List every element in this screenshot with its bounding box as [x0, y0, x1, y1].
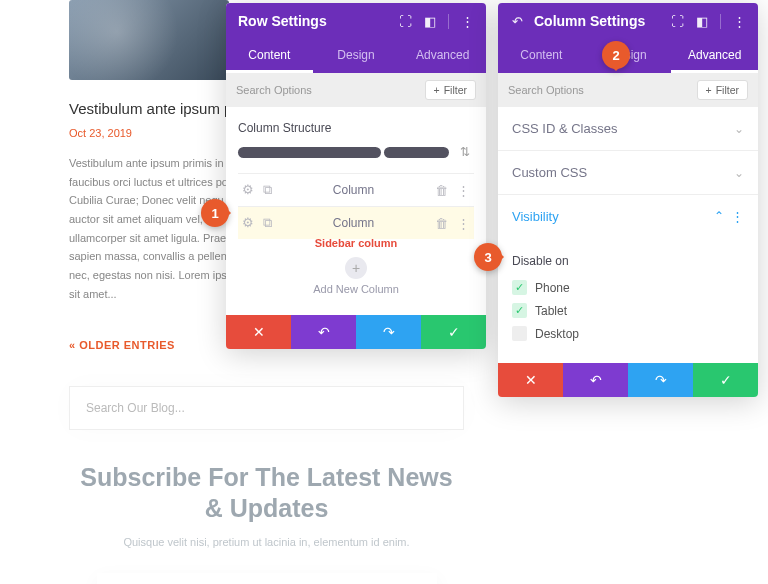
- plus-icon: +: [706, 84, 712, 96]
- tab-advanced[interactable]: Advanced: [399, 39, 486, 73]
- panel-tabs: Content Design Advanced: [226, 39, 486, 73]
- search-options-row: Search Options +Filter: [498, 73, 758, 107]
- add-column-button[interactable]: +: [345, 257, 367, 279]
- tab-advanced[interactable]: Advanced: [671, 39, 758, 73]
- structure-preview: [238, 147, 449, 158]
- panel-body: Column Structure ⇅ ⚙ ⧉ Column 🗑 ⋮ ⚙ ⧉: [226, 107, 486, 315]
- tab-content[interactable]: Content: [498, 39, 585, 73]
- check-icon: ✓: [720, 372, 732, 388]
- duplicate-icon[interactable]: ⧉: [263, 182, 272, 198]
- panel-title: Column Settings: [534, 13, 645, 29]
- checkbox-empty: [512, 326, 527, 341]
- blog-search-input[interactable]: Search Our Blog...: [69, 386, 464, 430]
- column-structure-selector[interactable]: ⇅: [238, 145, 474, 159]
- panel-title: Row Settings: [238, 13, 327, 29]
- undo-icon: ↶: [590, 372, 602, 388]
- redo-icon: ↷: [383, 324, 395, 340]
- filter-button[interactable]: +Filter: [425, 80, 476, 100]
- subscribe-description: Quisque velit nisi, pretium ut lacinia i…: [69, 536, 464, 548]
- column-structure-label: Column Structure: [238, 121, 474, 135]
- kebab-menu-icon[interactable]: ⋮: [732, 14, 746, 28]
- chevron-down-icon: ⌄: [734, 122, 744, 136]
- callout-2: 2: [602, 41, 630, 69]
- column-label[interactable]: Column: [272, 216, 435, 230]
- section-label: Custom CSS: [512, 165, 587, 180]
- structure-col-wide: [238, 147, 381, 158]
- callout-3: 3: [474, 243, 502, 271]
- tab-content[interactable]: Content: [226, 39, 313, 73]
- search-options-input[interactable]: Search Options: [236, 84, 312, 96]
- add-column-area: + Add New Column: [238, 253, 474, 303]
- panel-footer: ✕ ↶ ↷ ✓: [498, 363, 758, 397]
- undo-icon: ↶: [318, 324, 330, 340]
- undo-button[interactable]: ↶: [291, 315, 356, 349]
- subscribe-module: Subscribe For The Latest News & Updates …: [69, 462, 464, 585]
- section-visibility[interactable]: Visibility ⌃⋮: [498, 195, 758, 238]
- panel-header: ↶ Column Settings ⛶ ◧ ⋮ Content Design A…: [498, 3, 758, 73]
- redo-button[interactable]: ↷: [356, 315, 421, 349]
- kebab-icon[interactable]: ⋮: [731, 209, 744, 224]
- kebab-menu-icon[interactable]: ⋮: [460, 14, 474, 28]
- callout-1: 1: [201, 199, 229, 227]
- check-icon: ✓: [512, 303, 527, 318]
- disable-on-label: Disable on: [512, 254, 744, 268]
- structure-expand-icon[interactable]: ⇅: [456, 145, 474, 159]
- save-button[interactable]: ✓: [421, 315, 486, 349]
- snap-icon[interactable]: ◧: [695, 14, 709, 28]
- tab-design[interactable]: Design: [313, 39, 400, 73]
- checkbox-phone[interactable]: ✓ Phone: [512, 276, 744, 299]
- kebab-icon[interactable]: ⋮: [457, 216, 470, 231]
- checkbox-tablet[interactable]: ✓ Tablet: [512, 299, 744, 322]
- post-featured-image[interactable]: [69, 0, 229, 80]
- close-button[interactable]: ✕: [498, 363, 563, 397]
- post-excerpt: Vestibulum ante ipsum primis in faucibus…: [69, 154, 239, 304]
- column-label[interactable]: Column: [272, 183, 435, 197]
- redo-icon: ↷: [655, 372, 667, 388]
- panel-footer: ✕ ↶ ↷ ✓: [226, 315, 486, 349]
- search-options-input[interactable]: Search Options: [508, 84, 584, 96]
- filter-button[interactable]: +Filter: [697, 80, 748, 100]
- divider: [448, 14, 449, 29]
- check-icon: ✓: [512, 280, 527, 295]
- trash-icon[interactable]: 🗑: [435, 183, 448, 198]
- subscribe-heading: Subscribe For The Latest News & Updates: [69, 462, 464, 525]
- expand-icon[interactable]: ⛶: [398, 14, 412, 28]
- redo-button[interactable]: ↷: [628, 363, 693, 397]
- checkbox-label: Tablet: [535, 304, 567, 318]
- kebab-icon[interactable]: ⋮: [457, 183, 470, 198]
- panel-header: Row Settings ⛶ ◧ ⋮ Content Design Advanc…: [226, 3, 486, 73]
- section-custom-css[interactable]: Custom CSS ⌄: [498, 151, 758, 195]
- filter-label: Filter: [444, 84, 467, 96]
- trash-icon[interactable]: 🗑: [435, 216, 448, 231]
- filter-label: Filter: [716, 84, 739, 96]
- expand-icon[interactable]: ⛶: [670, 14, 684, 28]
- section-label: Visibility: [512, 209, 559, 224]
- divider: [720, 14, 721, 29]
- undo-button[interactable]: ↶: [563, 363, 628, 397]
- column-row-1: ⚙ ⧉ Column 🗑 ⋮: [238, 173, 474, 206]
- duplicate-icon[interactable]: ⧉: [263, 215, 272, 231]
- add-column-label: Add New Column: [238, 283, 474, 295]
- gear-icon[interactable]: ⚙: [242, 215, 254, 231]
- close-icon: ✕: [253, 324, 265, 340]
- chevron-down-icon: ⌄: [734, 166, 744, 180]
- gear-icon[interactable]: ⚙: [242, 182, 254, 198]
- section-css-id-classes[interactable]: CSS ID & Classes ⌄: [498, 107, 758, 151]
- check-icon: ✓: [448, 324, 460, 340]
- column-row-2: ⚙ ⧉ Column 🗑 ⋮: [238, 206, 474, 239]
- save-button[interactable]: ✓: [693, 363, 758, 397]
- checkbox-label: Desktop: [535, 327, 579, 341]
- snap-icon[interactable]: ◧: [423, 14, 437, 28]
- structure-col-narrow: [384, 147, 449, 158]
- sidebar-column-annotation: Sidebar column: [238, 237, 474, 249]
- close-icon: ✕: [525, 372, 537, 388]
- visibility-body: Disable on ✓ Phone ✓ Tablet Desktop: [498, 238, 758, 363]
- section-label: CSS ID & Classes: [512, 121, 617, 136]
- search-options-row: Search Options +Filter: [226, 73, 486, 107]
- checkbox-desktop[interactable]: Desktop: [512, 322, 744, 345]
- row-settings-panel: Row Settings ⛶ ◧ ⋮ Content Design Advanc…: [226, 3, 486, 349]
- subscribe-email-input[interactable]: Email: [97, 573, 437, 584]
- back-icon[interactable]: ↶: [510, 14, 524, 28]
- close-button[interactable]: ✕: [226, 315, 291, 349]
- plus-icon: +: [434, 84, 440, 96]
